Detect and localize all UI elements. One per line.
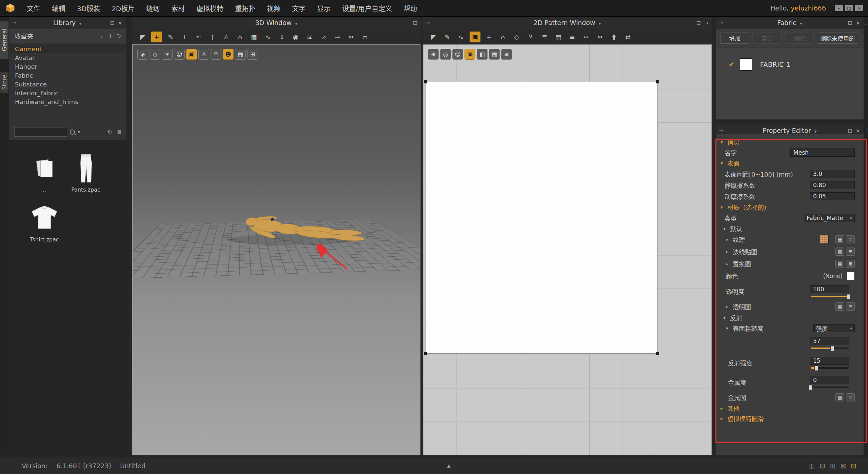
library-item-up[interactable]: ..: [24, 153, 65, 193]
seam-allowance-icon[interactable]: ≣: [539, 32, 550, 42]
close-panel-icon[interactable]: ×: [856, 127, 860, 134]
library-category[interactable]: Interior_Fabric: [9, 88, 126, 97]
map-grid-icon[interactable]: ▦: [835, 248, 844, 256]
layout-custom-icon[interactable]: ⊡: [851, 462, 856, 470]
menu-item[interactable]: 重拓扑: [229, 3, 261, 13]
layout-3d-only-icon[interactable]: ⊟: [820, 462, 825, 470]
library-category[interactable]: Fabric: [9, 71, 126, 80]
filter-caret-icon[interactable]: ▾: [78, 129, 80, 135]
particle-distance-input[interactable]: 3.0: [810, 170, 855, 178]
transform-pattern-icon[interactable]: ◤: [428, 32, 439, 42]
pattern-handle[interactable]: [656, 80, 659, 83]
layout-split-icon[interactable]: ◫: [808, 462, 815, 470]
menu-item[interactable]: 虚拟模特: [191, 3, 229, 13]
measure-2d-icon[interactable]: ✂: [595, 32, 606, 42]
show-texture-2d-icon[interactable]: ◧: [477, 49, 488, 60]
download-icon[interactable]: ⇓: [99, 33, 104, 39]
map-menu-icon[interactable]: ≣: [846, 235, 855, 243]
property-editor-title[interactable]: Property Editor▾: [716, 127, 864, 134]
show-avatar-icon[interactable]: ☺: [174, 49, 185, 60]
dock-arrow-icon[interactable]: →: [719, 20, 723, 26]
segment-sewing-icon[interactable]: ≀: [179, 32, 190, 42]
tack-icon[interactable]: ⊸: [332, 32, 343, 42]
menu-item[interactable]: 帮助: [398, 3, 423, 13]
library-category[interactable]: Hardware_and_Trims: [9, 97, 126, 106]
slider-knob[interactable]: [809, 385, 812, 390]
pan-2d-icon[interactable]: ⊕: [428, 49, 439, 60]
select-cursor-icon[interactable]: ◤: [137, 32, 148, 42]
undock-panel-icon[interactable]: ⊡: [413, 20, 417, 26]
map-menu-icon[interactable]: ≣: [846, 260, 855, 268]
library-item-tshirt[interactable]: Tshirt.zpac: [24, 202, 65, 243]
arrangement-icon[interactable]: ♙: [221, 32, 232, 42]
menu-item[interactable]: 3D服装: [71, 3, 106, 13]
reflection-intensity-input[interactable]: 15: [810, 357, 849, 365]
color-swatch[interactable]: [847, 272, 855, 280]
maximize-icon[interactable]: □: [845, 5, 853, 11]
measure-icon[interactable]: ≍: [360, 32, 371, 42]
library-category[interactable]: Substance: [9, 80, 126, 88]
edit-curvature-icon[interactable]: ∿: [456, 32, 467, 42]
pattern-handle[interactable]: [424, 80, 427, 83]
library-category[interactable]: Garment: [9, 44, 126, 53]
avatar-display-mode-icon[interactable]: ▣: [186, 49, 197, 60]
pattern-handle[interactable]: [424, 352, 427, 355]
delete-unused-button[interactable]: 删除未使用的: [817, 33, 858, 44]
dock-arrow-icon[interactable]: →: [864, 128, 867, 132]
search-input[interactable]: [14, 127, 67, 137]
tab-store[interactable]: Store: [0, 72, 8, 93]
fold-icon[interactable]: ⊿: [318, 32, 329, 42]
search-icon[interactable]: [70, 130, 75, 135]
refresh-library-icon[interactable]: ↻: [107, 129, 112, 135]
window-3d-title[interactable]: 3D Window▾: [132, 19, 421, 26]
close-panel-icon[interactable]: ×: [856, 20, 860, 26]
add-favorite-icon[interactable]: +: [108, 33, 113, 39]
section-material[interactable]: ▾ 材质（选择的）: [716, 202, 864, 213]
scissors-icon[interactable]: ✂: [346, 32, 357, 42]
material-type-select[interactable]: Fabric_Matte ▾: [804, 214, 855, 222]
caret-down-icon[interactable]: ▾: [726, 325, 733, 331]
menu-item[interactable]: 设置/用户自定义: [336, 3, 398, 13]
polygon-pattern-icon[interactable]: ⌂: [497, 32, 508, 42]
menu-item[interactable]: 2D板片: [106, 3, 140, 13]
map-menu-icon[interactable]: ≣: [846, 248, 855, 256]
pin-icon[interactable]: †: [207, 32, 218, 42]
section-info[interactable]: ▾ 信息: [716, 137, 864, 147]
flip-pattern-icon[interactable]: ⇄: [623, 32, 633, 42]
menu-item[interactable]: 显示: [311, 3, 336, 13]
show-seamline-2d-icon[interactable]: ≋: [501, 49, 512, 60]
show-3d-grid-icon[interactable]: ▦: [235, 49, 246, 60]
show-grid-2d-icon[interactable]: ▦: [489, 49, 500, 60]
minimize-icon[interactable]: –: [835, 5, 843, 11]
grid-arrange-icon[interactable]: ▦: [249, 32, 259, 42]
library-category[interactable]: Avatar: [9, 53, 126, 62]
gravity-icon[interactable]: ⇓: [276, 32, 287, 42]
steam-icon[interactable]: ≋: [304, 32, 315, 42]
menu-item[interactable]: 缝纫: [140, 3, 165, 13]
baseline-icon[interactable]: ⋕: [609, 32, 619, 42]
annotation-icon[interactable]: ✑: [581, 32, 592, 42]
fabric-title[interactable]: Fabric▾: [716, 19, 864, 26]
undock-panel-icon[interactable]: ⊡: [848, 20, 852, 26]
dock-arrow-icon[interactable]: →: [426, 20, 430, 26]
hanger-icon[interactable]: ⌂: [235, 32, 245, 42]
map-grid-icon[interactable]: ▦: [835, 393, 844, 401]
username[interactable]: yeluzhi666: [791, 4, 826, 12]
reflection-intensity-slider[interactable]: [811, 367, 849, 369]
show-seams-icon[interactable]: ◇: [150, 49, 160, 60]
map-grid-icon[interactable]: ▦: [835, 260, 844, 268]
name-input[interactable]: Mesh: [790, 149, 855, 157]
fabric-swatch[interactable]: [740, 58, 752, 71]
roughness-mode-select[interactable]: 强度 ▾: [813, 324, 855, 332]
pressure-icon[interactable]: ◉: [290, 32, 301, 42]
dock-arrow-icon[interactable]: →: [719, 127, 723, 134]
caret-right-icon[interactable]: ▸: [726, 304, 733, 309]
undock-panel-icon[interactable]: ⊡: [848, 127, 852, 134]
map-menu-icon[interactable]: ≣: [846, 393, 855, 401]
slider-knob[interactable]: [847, 294, 850, 299]
list-view-icon[interactable]: ≣: [117, 129, 122, 135]
show-internal-lines-icon[interactable]: ✶: [162, 49, 173, 60]
arrangement-point[interactable]: [271, 218, 274, 221]
map-grid-icon[interactable]: ▦: [835, 235, 844, 243]
show-pattern-icon[interactable]: ▣: [470, 32, 480, 42]
